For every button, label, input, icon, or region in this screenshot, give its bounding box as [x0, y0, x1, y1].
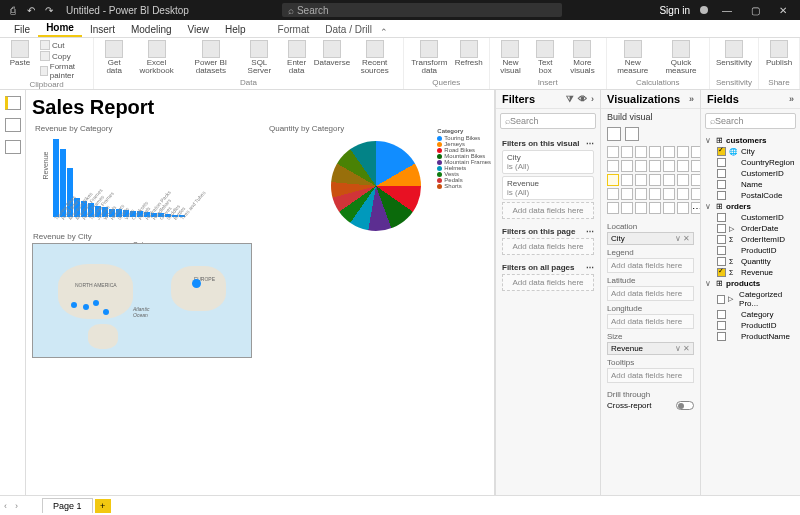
field-checkbox[interactable] — [717, 224, 726, 233]
cut-button[interactable]: Cut — [40, 40, 87, 50]
tab-modeling[interactable]: Modeling — [123, 22, 180, 37]
field-row[interactable]: ProductName — [705, 331, 796, 342]
model-view-icon[interactable] — [5, 140, 21, 154]
field-well-empty[interactable]: Add data fields here — [607, 286, 694, 301]
tab-view[interactable]: View — [180, 22, 218, 37]
more-icon[interactable]: ⋯ — [586, 263, 594, 272]
tab-help[interactable]: Help — [217, 22, 254, 37]
page-tab[interactable]: Page 1 — [42, 498, 93, 513]
field-row[interactable]: Category — [705, 309, 796, 320]
table-header[interactable]: ∨⊞products — [705, 278, 796, 289]
field-row[interactable]: ΣRevenue — [705, 267, 796, 278]
add-page-filter-well[interactable]: Add data fields here — [502, 238, 594, 255]
map-visual[interactable]: Revenue by City NORTH AMERICA EUROPE Atl… — [32, 243, 252, 358]
format-painter-button[interactable]: Format painter — [40, 62, 87, 80]
collapse-icon[interactable]: » — [789, 94, 794, 104]
field-checkbox[interactable] — [717, 246, 726, 255]
field-row[interactable]: 🌐City — [705, 146, 796, 157]
excel-button[interactable]: Excel workbook — [134, 40, 179, 75]
field-checkbox[interactable] — [717, 180, 726, 189]
report-view-icon[interactable] — [5, 96, 21, 110]
field-checkbox[interactable] — [717, 213, 726, 222]
avatar[interactable] — [700, 6, 708, 14]
field-row[interactable]: CustomerID — [705, 212, 796, 223]
field-row[interactable]: CustomerID — [705, 168, 796, 179]
recent-sources-button[interactable]: Recent sources — [352, 40, 396, 75]
field-checkbox[interactable] — [717, 310, 726, 319]
add-visual-filter-well[interactable]: Add data fields here — [502, 202, 594, 219]
more-icon[interactable]: ⋯ — [586, 227, 594, 236]
field-row[interactable]: CountryRegion — [705, 157, 796, 168]
table-header[interactable]: ∨⊞customers — [705, 135, 796, 146]
field-checkbox[interactable] — [717, 169, 726, 178]
field-checkbox[interactable] — [717, 158, 726, 167]
tab-data-drill[interactable]: Data / Drill — [317, 22, 380, 37]
stacked-bar-icon[interactable] — [607, 146, 619, 158]
build-tab-icon[interactable] — [607, 127, 621, 141]
field-row[interactable]: ProductID — [705, 245, 796, 256]
data-view-icon[interactable] — [5, 118, 21, 132]
copy-button[interactable]: Copy — [40, 51, 87, 61]
redo-icon[interactable]: ↷ — [40, 5, 58, 16]
global-search[interactable]: ⌕ Search — [282, 3, 562, 17]
paste-button[interactable]: Paste — [6, 40, 34, 67]
minimize-icon[interactable]: — — [718, 5, 736, 16]
field-well-value[interactable]: Revenue∨ ✕ — [607, 342, 694, 355]
fields-search[interactable]: ⌕ Search — [705, 113, 796, 129]
eye-icon[interactable]: 👁 — [578, 94, 587, 105]
dataverse-button[interactable]: Dataverse — [317, 40, 346, 67]
bar-chart-visual[interactable]: Revenue by Category Revenue Touring Bike… — [32, 121, 262, 241]
field-well-empty[interactable]: Add data fields here — [607, 368, 694, 383]
field-row[interactable]: ProductID — [705, 320, 796, 331]
field-checkbox[interactable] — [717, 257, 726, 266]
field-checkbox[interactable] — [717, 268, 726, 277]
field-row[interactable]: PostalCode — [705, 190, 796, 201]
field-checkbox[interactable] — [717, 191, 726, 200]
enter-data-button[interactable]: Enter data — [282, 40, 311, 75]
field-row[interactable]: ▷Categorized Pro... — [705, 289, 796, 309]
new-visual-button[interactable]: New visual — [496, 40, 526, 75]
tab-home[interactable]: Home — [38, 20, 82, 37]
next-page-icon[interactable]: › — [11, 501, 22, 511]
collapse-ribbon-icon[interactable]: ⌃ — [380, 27, 388, 37]
field-well-empty[interactable]: Add data fields here — [607, 258, 694, 273]
filter-card-revenue[interactable]: Revenueis (All) — [502, 176, 594, 200]
field-row[interactable]: ΣQuantity — [705, 256, 796, 267]
report-canvas[interactable]: Sales Report Revenue by Category Revenue… — [26, 90, 495, 495]
field-checkbox[interactable] — [717, 321, 726, 330]
collapse-icon[interactable]: › — [591, 94, 594, 105]
table-header[interactable]: ∨⊞orders — [705, 201, 796, 212]
close-icon[interactable]: ✕ — [774, 5, 792, 16]
prev-page-icon[interactable]: ‹ — [0, 501, 11, 511]
collapse-icon[interactable]: » — [689, 94, 694, 104]
add-page-button[interactable]: + — [95, 499, 111, 513]
field-checkbox[interactable] — [717, 332, 726, 341]
sensitivity-button[interactable]: Sensitivity — [716, 40, 752, 67]
field-row[interactable]: ΣOrderItemID — [705, 234, 796, 245]
text-box-button[interactable]: Text box — [531, 40, 559, 75]
more-visuals-button[interactable]: More visuals — [565, 40, 599, 75]
save-icon[interactable]: ⎙ — [4, 5, 22, 16]
format-tab-icon[interactable] — [625, 127, 639, 141]
maximize-icon[interactable]: ▢ — [746, 5, 764, 16]
more-icon[interactable]: ⋯ — [586, 139, 594, 148]
filter-card-city[interactable]: Cityis (All) — [502, 150, 594, 174]
legend-item[interactable]: Shorts — [437, 183, 491, 189]
field-row[interactable]: ▷OrderDate — [705, 223, 796, 234]
get-data-button[interactable]: Get data — [100, 40, 128, 75]
field-well-value[interactable]: City∨ ✕ — [607, 232, 694, 245]
field-well-empty[interactable]: Add data fields here — [607, 314, 694, 329]
quick-measure-button[interactable]: Quick measure — [659, 40, 703, 75]
refresh-button[interactable]: Refresh — [455, 40, 483, 67]
map-visual-icon[interactable] — [607, 174, 619, 186]
field-row[interactable]: Name — [705, 179, 796, 190]
new-measure-button[interactable]: New measure — [613, 40, 653, 75]
tab-format[interactable]: Format — [270, 22, 318, 37]
field-checkbox[interactable] — [717, 147, 726, 156]
publish-button[interactable]: Publish — [765, 40, 793, 67]
undo-icon[interactable]: ↶ — [22, 5, 40, 16]
transform-data-button[interactable]: Transform data — [410, 40, 449, 75]
filters-search[interactable]: ⌕ Search — [500, 113, 596, 129]
pbi-datasets-button[interactable]: Power BI datasets — [185, 40, 237, 75]
tab-insert[interactable]: Insert — [82, 22, 123, 37]
